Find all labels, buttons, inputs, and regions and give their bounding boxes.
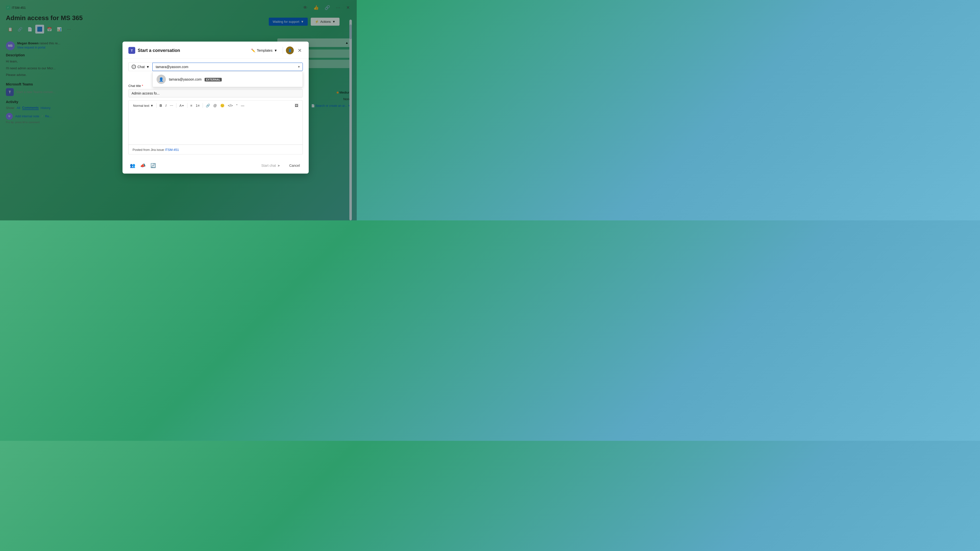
chevron-down-icon: ▼ — [274, 49, 277, 52]
italic-button[interactable]: I — [164, 103, 168, 108]
code-button[interactable]: </> — [226, 103, 234, 108]
blockquote-button[interactable]: " — [235, 103, 239, 108]
recipient-input-wrapper: ▼ 👤 tamara@yasoon.com EXTERNAL — [153, 63, 303, 71]
modal-close-button[interactable]: ✕ — [297, 47, 303, 54]
header-divider — [283, 47, 283, 54]
required-star: * — [142, 84, 143, 88]
suggestion-content: tamara@yasoon.com EXTERNAL — [169, 77, 222, 81]
templates-button[interactable]: ✏️ Templates ▼ — [249, 47, 280, 54]
more-format-button[interactable]: ⋯ — [168, 103, 175, 108]
user-avatar-header: 👤 — [286, 46, 294, 54]
modal-teams-icon: T — [128, 47, 135, 54]
suggestion-dropdown: 👤 tamara@yasoon.com EXTERNAL — [153, 71, 303, 87]
text-color-button[interactable]: A▼ — [178, 103, 186, 108]
toolbar-separator-3 — [187, 103, 188, 108]
editor-footer: Posted from Jira issue ITSM-451 — [128, 145, 303, 154]
bullet-list-button[interactable]: ≡ — [189, 103, 194, 108]
modal-header: T Start a conversation ✏️ Templates ▼ 👤 … — [123, 41, 309, 59]
toolbar-separator-1 — [156, 103, 157, 108]
refresh-button[interactable]: 🔄 — [149, 161, 157, 170]
footer-left-icons: 👥 📣 🔄 — [128, 161, 157, 170]
suggestion-avatar: 👤 — [157, 75, 166, 84]
issue-link[interactable]: ITSM-451 — [165, 148, 179, 152]
modal-body: 💬 Chat ▼ ▼ 👤 tamara@yasoon.com EXTERNAL — [123, 59, 309, 159]
suggestion-item[interactable]: 👤 tamara@yasoon.com EXTERNAL — [153, 72, 302, 87]
footer-right-buttons: Start chat ➤ Cancel — [258, 162, 303, 170]
cancel-button[interactable]: Cancel — [286, 162, 303, 170]
link-button[interactable]: 🔗 — [204, 103, 212, 108]
emoji-button[interactable]: 🙂 — [219, 103, 226, 108]
chat-title-input[interactable] — [128, 89, 303, 97]
posted-from-text: Posted from Jira issue ITSM-451 — [132, 148, 179, 152]
toolbar-separator-2 — [176, 103, 177, 108]
mention-button[interactable]: @ — [212, 103, 218, 108]
recipient-input[interactable] — [153, 63, 303, 71]
edit-icon: ✏️ — [251, 49, 255, 52]
modal-header-right: ✏️ Templates ▼ 👤 ✕ — [249, 46, 303, 54]
modal-footer: 👥 📣 🔄 Start chat ➤ Cancel — [123, 159, 309, 174]
chat-icon: 💬 — [132, 65, 136, 69]
announcement-button[interactable]: 📣 — [139, 161, 147, 170]
start-conversation-modal: T Start a conversation ✏️ Templates ▼ 👤 … — [123, 41, 309, 174]
chat-type-dropdown[interactable]: 💬 Chat ▼ — [128, 62, 153, 71]
image-button[interactable]: 🖼 — [293, 103, 300, 108]
bold-button[interactable]: B — [158, 103, 164, 108]
modal-title-row: T Start a conversation — [128, 47, 180, 54]
recipient-input-row: 💬 Chat ▼ ▼ 👤 tamara@yasoon.com EXTERNAL — [128, 62, 303, 71]
external-badge: EXTERNAL — [205, 78, 222, 81]
rich-text-editor: Normal text ▼ B I ⋯ A▼ ≡ 1≡ 🔗 @ 🙂 </> — [128, 100, 303, 154]
modal-title: Start a conversation — [138, 48, 180, 53]
send-icon: ➤ — [277, 164, 280, 167]
chevron-down-icon: ▼ — [146, 65, 150, 69]
add-people-button[interactable]: 👥 — [128, 161, 137, 170]
input-arrow-icon: ▼ — [298, 65, 301, 68]
chevron-down-icon: ▼ — [150, 103, 153, 107]
editor-body[interactable] — [128, 110, 303, 145]
format-dropdown[interactable]: Normal text ▼ — [132, 103, 155, 108]
start-chat-button[interactable]: Start chat ➤ — [258, 162, 283, 170]
editor-toolbar: Normal text ▼ B I ⋯ A▼ ≡ 1≡ 🔗 @ 🙂 </> — [128, 100, 303, 110]
ordered-list-button[interactable]: 1≡ — [194, 103, 201, 108]
divider-button[interactable]: — — [239, 103, 246, 108]
